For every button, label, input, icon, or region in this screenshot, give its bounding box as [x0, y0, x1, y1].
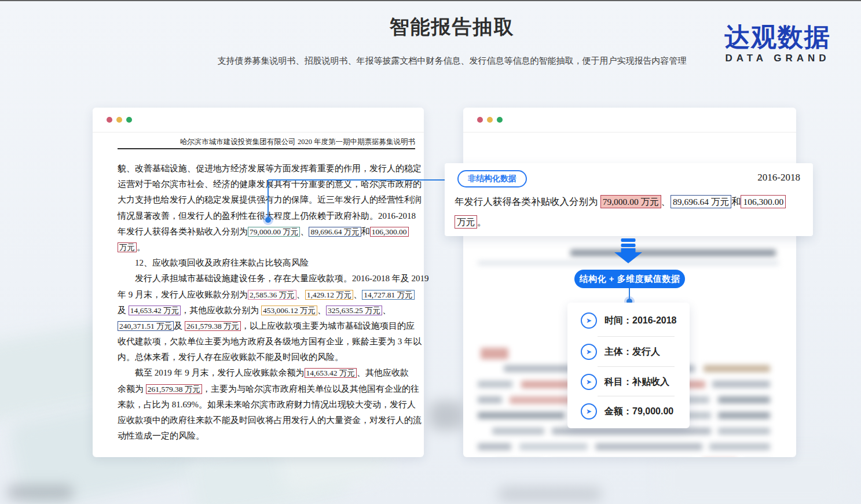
extracted-value: 14,653.42 万元: [305, 368, 357, 378]
blurred-text-line: [492, 428, 544, 435]
top-border-line: [0, 0, 861, 1]
text-segment: 和: [361, 227, 370, 236]
blurred-text-line: [718, 412, 770, 419]
extracted-value: 2,585.36 万元: [248, 290, 296, 300]
text-segment: 12、应收款项回收及政府往来款占比较高风险: [118, 258, 309, 267]
document-text-line: 12、应收款项回收及政府往来款占比较高风险: [118, 255, 417, 271]
structured-row-time: ➤ 时间：2016-2018: [567, 305, 690, 336]
field-value: 2016-2018: [632, 315, 677, 325]
text-segment: 运营对于哈尔滨市社会、经济的健康发展具有十分重要的意义，哈尔滨市政府的: [118, 179, 422, 189]
text-segment: 收代建款项，欠款单位主要为地方政府及各级地方国有企业，账龄主要为 3 年以: [118, 337, 422, 346]
blurred-text-line: [478, 412, 565, 419]
structured-values-card: ➤ 时间：2016-2018 ➤ 主体：发行人 ➤ 科目：补贴收入 ➤ 金额：7…: [567, 303, 690, 428]
field-value: 发行人: [632, 347, 660, 356]
unstructured-data-pill[interactable]: 非结构化数据: [457, 170, 527, 187]
blurred-text-line: [478, 396, 502, 403]
blurred-text-line: [704, 365, 770, 372]
structured-data-button[interactable]: 结构化 + 多维度赋值数据: [574, 270, 685, 288]
text-segment: 、: [300, 227, 309, 236]
logo-chinese-name: 达观数据: [724, 23, 831, 51]
extracted-value: 79,000.00 万元: [600, 195, 661, 208]
background-smudge: [430, 401, 463, 430]
document-text-line: 收代建款项，欠款单位主要为地方政府及各级地方国有企业，账龄主要为 3 年以: [118, 334, 417, 350]
connector-anchor-dot: [263, 215, 273, 225]
document-text-line: 年发行人获得各类补贴收入分别为 79,000.00 万元、89,696.64 万…: [455, 192, 786, 212]
arrow-right-icon: ➤: [581, 312, 597, 329]
unstructured-data-card: 非结构化数据 2016-2018 年发行人获得各类补贴收入分别为 79,000.…: [445, 163, 813, 236]
text-segment: 及: [118, 306, 129, 315]
blurred-text-line: [478, 443, 511, 450]
text-segment: 年发行人获得各类补贴收入分别为: [118, 227, 248, 236]
text-segment: 、: [296, 290, 305, 299]
extracted-value: 240,371.51 万元: [118, 321, 174, 331]
document-text-line: 年 9 月末，发行人应收账款分别为2,585.36 万元、1,429.12 万元…: [118, 287, 417, 303]
extracted-value: 万元: [455, 215, 477, 229]
text-segment: 。: [477, 216, 487, 227]
document-text-line: 及 14,653.42 万元，其他应收款分别为 453,006.12 万元、32…: [118, 303, 417, 318]
field-value: 补贴收入: [632, 377, 669, 387]
blurred-text-line: [481, 348, 508, 359]
left-document-window: 哈尔滨市城市建设投资集团有限公司 2020 年度第一期中期票据募集说明书 貌、改…: [93, 108, 424, 457]
text-segment: 、: [661, 196, 671, 207]
logo-english-name: DATA GRAND: [724, 53, 831, 64]
document-text-line: 年发行人获得各类补贴收入分别为79,000.00 万元、89,696.64 万元…: [118, 224, 417, 240]
structured-row-amount: ➤ 金额：79,000.00: [567, 396, 690, 427]
window-minimize-icon: [116, 117, 122, 123]
extracted-value: 1,429.12 万元: [305, 290, 354, 300]
text-segment: 内。总体来看，发行人存在应收账款不能及时回收的风险。: [118, 352, 343, 362]
extracted-value: 万元: [118, 242, 137, 252]
arrow-right-icon: ➤: [581, 344, 597, 360]
document-text-line: 动性造成一定的风险。: [118, 428, 417, 444]
text-segment: 发行人承担城市基础设施建设任务，存在大量应收款项。2016-2018 年及 20…: [118, 274, 429, 283]
connector-line-horizontal: [268, 179, 448, 181]
window-minimize-icon: [487, 117, 493, 123]
text-segment: 来款，占比为 81.69%。如果未来哈尔滨市政府财力情况出现较大变动，发行人: [118, 400, 416, 409]
background-blur-shape: [660, 451, 845, 504]
document-text-line: 万元。: [118, 240, 417, 255]
field-label: 主体：: [604, 347, 632, 356]
document-header: 哈尔滨市城市建设投资集团有限公司 2020 年度第一期中期票据募集说明书: [118, 137, 415, 147]
extracted-value: 261,579.38 万元: [185, 321, 241, 331]
window-close-icon: [477, 117, 483, 123]
blurred-text-line: [718, 428, 770, 435]
blurred-text-line: [595, 443, 702, 450]
extracted-value: 261,579.38 万元: [146, 384, 202, 394]
blurred-text-line: [552, 428, 711, 435]
period-label: 2016-2018: [757, 172, 800, 183]
arrow-right-icon: ➤: [581, 403, 597, 420]
extracted-value: 14,653.42 万元: [129, 306, 181, 315]
background-smudge: [498, 487, 602, 501]
text-segment: 年发行人获得各类补贴收入分别为: [455, 196, 600, 207]
window-controls: [477, 117, 503, 123]
background-smudge: [7, 485, 74, 500]
blurred-text-line: [712, 381, 770, 388]
extracted-value: 89,696.64 万元: [309, 227, 361, 237]
structured-row-account: ➤ 科目：补贴收入: [567, 366, 690, 398]
text-segment: 及: [174, 321, 185, 330]
text-segment: 、其他应收款: [357, 368, 409, 377]
blurred-text-line: [718, 396, 770, 403]
extracted-value: 14,727.81 万元: [362, 290, 414, 300]
field-label: 金额：: [604, 406, 632, 416]
text-segment: 、: [382, 306, 391, 315]
document-text-line: 240,371.51 万元及 261,579.38 万元，以上应收款项主要为城市…: [118, 318, 417, 334]
page: 智能报告抽取 支持债券募集说明书、招股说明书、年报等披露文档中财务信息、发行信息…: [0, 0, 861, 504]
field-text: 金额：79,000.00: [604, 406, 673, 418]
window-close-icon: [107, 117, 112, 123]
extracted-value: 79,000.00 万元: [248, 227, 300, 237]
document-text-line: 余额为 261,579.38 万元，主要为与哈尔滨市政府相关单位以及其他国有企业…: [118, 381, 417, 397]
text-segment: ，主要为与哈尔滨市政府相关单位以及其他国有企业的往: [202, 384, 419, 393]
extracted-sentence: 年发行人获得各类补贴收入分别为 79,000.00 万元、89,696.64 万…: [455, 192, 786, 232]
blurred-text-line: [478, 381, 512, 388]
blurred-text-line: [709, 443, 770, 450]
window-controls: [107, 117, 132, 123]
blurred-text-line: [519, 443, 588, 450]
extracted-value: 106,300.00: [741, 195, 786, 208]
text-segment: 余额为: [118, 384, 146, 393]
document-text-line: 貌、改善基础设施、促进地方经济发展等方面发挥着重要的作用，发行人的稳定: [118, 161, 417, 176]
text-segment: 、: [353, 290, 362, 299]
field-text: 时间：2016-2018: [604, 315, 677, 327]
datagrand-logo: 达观数据 DATA GRAND: [724, 23, 831, 64]
window-titlebar: [93, 108, 424, 133]
connector-line-vertical: [268, 180, 269, 218]
